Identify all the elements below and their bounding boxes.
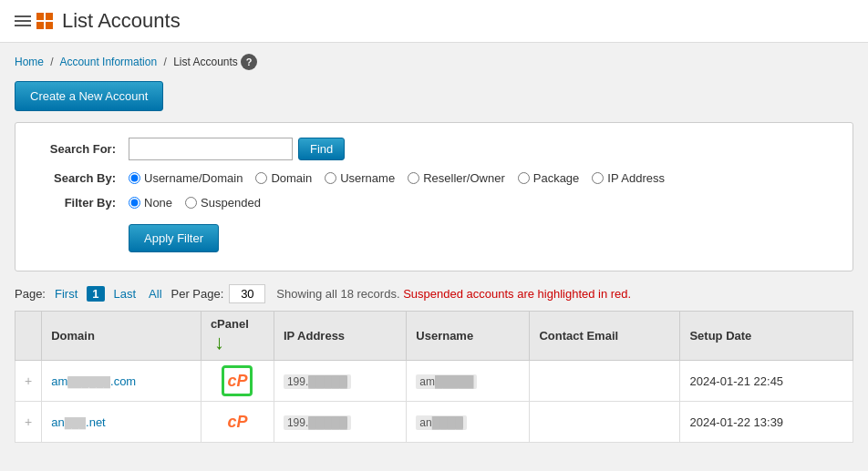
suspended-note: Suspended accounts are highlighted in re… xyxy=(403,287,631,301)
col-setup-date: Setup Date xyxy=(680,312,853,361)
domain-link-2[interactable]: an███.net xyxy=(51,415,106,429)
breadcrumb-sep2: / xyxy=(163,56,166,68)
domain-cell-2: an███.net xyxy=(42,402,202,443)
radio-label-reseller-owner: Reseller/Owner xyxy=(423,171,505,185)
showing-text-count: Showing all 18 records. xyxy=(276,287,399,301)
accounts-table: Domain cPanel ↓ IP Address Username Cont… xyxy=(15,311,853,443)
breadcrumb-sep1: / xyxy=(50,56,53,68)
username-value-2: an████ xyxy=(416,415,466,430)
radio-filter-suspended[interactable]: Suspended xyxy=(185,196,261,210)
search-by-row: Search By: Username/Domain Domain Userna… xyxy=(34,171,834,185)
current-page: 1 xyxy=(87,286,104,302)
filter-by-label: Filter By: xyxy=(34,196,116,210)
table-row: + am██████.com cP 199.█████ am█████ 20 xyxy=(16,361,853,402)
table-header: Domain cPanel ↓ IP Address Username Cont… xyxy=(16,312,853,361)
cpanel-cell-1: cP xyxy=(201,361,274,402)
cpanel-logo-1: cP xyxy=(227,373,247,389)
contact-email-cell-1 xyxy=(530,361,680,402)
radio-domain[interactable]: Domain xyxy=(255,171,312,185)
cpanel-cell-2: cP xyxy=(201,402,274,443)
username-value-1: am█████ xyxy=(416,374,477,389)
radio-reseller-owner[interactable]: Reseller/Owner xyxy=(408,171,505,185)
radio-label-ip-address: IP Address xyxy=(607,171,665,185)
page-title: List Accounts xyxy=(62,9,181,33)
expand-cell-2: + xyxy=(16,402,42,443)
radio-package[interactable]: Package xyxy=(518,171,580,185)
expand-button-2[interactable]: + xyxy=(25,415,32,429)
setup-date-cell-1: 2024-01-21 22:45 xyxy=(680,361,853,402)
ip-cell-1: 199.█████ xyxy=(274,361,406,402)
ip-cell-2: 199.█████ xyxy=(274,402,406,443)
page-label: Page: xyxy=(15,287,46,301)
menu-icon[interactable] xyxy=(15,15,31,26)
domain-link-1[interactable]: am██████.com xyxy=(51,374,136,388)
filter-by-row: Filter By: None Suspended xyxy=(34,196,834,210)
per-page-label: Per Page: xyxy=(171,287,224,301)
breadcrumb-current: List Accounts xyxy=(173,56,238,68)
col-contact-email: Contact Email xyxy=(530,312,680,361)
pagination-bar: Page: First 1 Last All Per Page: Showing… xyxy=(15,284,853,303)
radio-label-username-domain: Username/Domain xyxy=(144,171,243,185)
radio-label-package: Package xyxy=(533,171,580,185)
col-expand xyxy=(16,312,42,361)
radio-username-domain[interactable]: Username/Domain xyxy=(129,171,243,185)
table-body: + am██████.com cP 199.█████ am█████ 20 xyxy=(16,361,853,443)
table-row: + an███.net cP 199.█████ an████ 2024-0 xyxy=(16,402,853,443)
domain-cell-1: am██████.com xyxy=(42,361,202,402)
grid-icon xyxy=(36,13,53,29)
radio-ip-address[interactable]: IP Address xyxy=(592,171,665,185)
breadcrumb: Home / Account Information / List Accoun… xyxy=(15,54,853,70)
top-bar: List Accounts xyxy=(0,0,868,43)
col-cpanel: cPanel ↓ xyxy=(201,312,274,361)
breadcrumb-account-info[interactable]: Account Information xyxy=(59,56,157,68)
filter-by-options: None Suspended xyxy=(129,196,261,210)
content-area: Home / Account Information / List Accoun… xyxy=(0,43,868,454)
search-by-options: Username/Domain Domain Username Reseller… xyxy=(129,171,665,185)
showing-text: Showing all 18 records. Suspended accoun… xyxy=(276,287,631,301)
search-panel: Search For: Find Search By: Username/Dom… xyxy=(15,122,853,271)
col-ip-address: IP Address xyxy=(274,312,406,361)
username-cell-1: am█████ xyxy=(407,361,530,402)
search-input[interactable] xyxy=(129,138,293,160)
search-for-label: Search For: xyxy=(34,142,116,156)
username-cell-2: an████ xyxy=(407,402,530,443)
cpanel-icon-plain-2[interactable]: cP xyxy=(222,406,253,437)
col-domain: Domain xyxy=(42,312,202,361)
ip-value-2: 199.█████ xyxy=(284,415,351,430)
radio-filter-none[interactable]: None xyxy=(129,196,172,210)
radio-label-domain: Domain xyxy=(271,171,312,185)
radio-username[interactable]: Username xyxy=(325,171,395,185)
col-username: Username xyxy=(407,312,530,361)
breadcrumb-home[interactable]: Home xyxy=(15,56,44,68)
header-icons xyxy=(15,13,53,29)
all-page-link[interactable]: All xyxy=(145,286,165,302)
contact-email-cell-2 xyxy=(530,402,680,443)
cpanel-logo-2: cP xyxy=(227,414,247,430)
find-button[interactable]: Find xyxy=(298,138,345,160)
setup-date-cell-2: 2024-01-22 13:39 xyxy=(680,402,853,443)
cpanel-col-label: cPanel xyxy=(211,317,249,331)
ip-value-1: 199.█████ xyxy=(284,374,351,389)
radio-label-none: None xyxy=(144,196,172,210)
apply-filter-button[interactable]: Apply Filter xyxy=(129,224,219,252)
last-page-link[interactable]: Last xyxy=(110,286,140,302)
expand-button-1[interactable]: + xyxy=(25,374,32,388)
search-by-label: Search By: xyxy=(34,171,116,185)
arrow-indicator: ↓ xyxy=(214,331,224,354)
radio-label-username: Username xyxy=(340,171,395,185)
expand-cell-1: + xyxy=(16,361,42,402)
first-page-link[interactable]: First xyxy=(51,286,81,302)
help-icon[interactable]: ? xyxy=(241,54,257,70)
create-new-account-button[interactable]: Create a New Account xyxy=(15,81,163,111)
search-for-row: Search For: Find xyxy=(34,138,834,160)
radio-label-suspended: Suspended xyxy=(201,196,261,210)
cpanel-icon-highlighted-1[interactable]: cP xyxy=(222,365,253,396)
per-page-input[interactable] xyxy=(229,284,265,303)
